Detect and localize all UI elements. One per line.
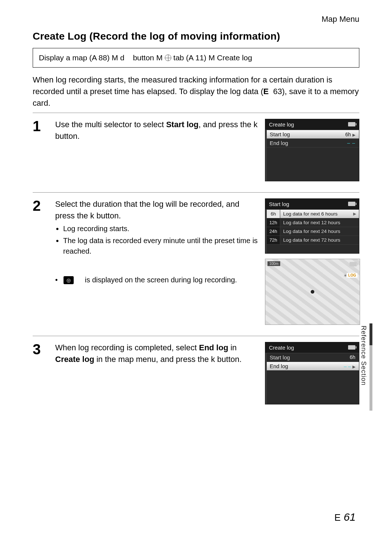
log-indicator-icon: ◎ — [64, 276, 74, 284]
nav-segment: button — [133, 53, 154, 62]
map-pin-icon — [311, 290, 314, 294]
lcd-option-24h: 24h Log data for next 24 hours — [267, 227, 359, 236]
step-1: 1 Use the multi selector to select Start… — [33, 113, 359, 192]
side-tab-label: Reference Section — [360, 326, 367, 386]
button-glyph: k — [254, 120, 258, 129]
chevron-right-icon: ▶ — [352, 133, 355, 137]
step-text: button. — [215, 355, 241, 364]
lcd-row-value: – – — [347, 140, 355, 146]
step-number: 2 — [33, 198, 49, 325]
step-text: When log recording is completed, select — [55, 343, 199, 352]
step-3: 3 When log recording is completed, selec… — [33, 336, 359, 415]
step-bold: End log — [199, 343, 228, 352]
page-number: 61 — [344, 511, 356, 523]
step-text: Use the multi selector to select — [55, 120, 166, 129]
lcd-option-6h: 6h Log data for next 6 hours▶ — [267, 210, 359, 218]
lcd-row-label: Start log — [270, 131, 290, 137]
navigation-path: Display a map (A 88) M d button M tab (A… — [33, 48, 359, 68]
nav-sep: M — [208, 53, 215, 62]
breadcrumb: Map Menu — [33, 15, 359, 24]
option-tag: 12h — [267, 218, 280, 227]
bullet: Log recording starts. — [63, 223, 259, 234]
lcd-screenshot-map: 100m ✶ LOG — [265, 259, 360, 325]
option-tag: 6h — [267, 210, 280, 218]
battery-icon — [350, 262, 357, 266]
lcd-row-start-log: Start log 6h ▶ — [267, 130, 359, 139]
lcd-row-label: End log — [270, 363, 288, 369]
option-tag: 24h — [267, 227, 280, 235]
option-tag: 72h — [267, 236, 280, 244]
page-footer: E61 — [334, 511, 356, 523]
chevron-right-icon: ▶ — [353, 211, 356, 216]
lcd-option-12h: 12h Log data for next 12 hours — [267, 218, 359, 227]
step-bold: Create log — [55, 355, 94, 364]
log-badge: LOG — [347, 273, 358, 278]
battery-icon — [348, 345, 355, 350]
lcd-row-label: End log — [270, 140, 288, 146]
nav-segment: d — [120, 53, 124, 62]
indicator-note: • ◎ is displayed on the screen during lo… — [55, 275, 259, 285]
step-text: in — [228, 343, 237, 352]
side-tab: Reference Section — [362, 323, 369, 411]
battery-icon — [348, 202, 355, 206]
lcd-title: Start log — [269, 201, 289, 207]
chevron-right-icon: ▶ — [352, 364, 355, 369]
lcd-row-value: – – — [344, 363, 351, 369]
nav-sep: M — [156, 53, 163, 62]
option-label: Log data for next 24 hours — [283, 229, 340, 234]
option-label: Log data for next 72 hours — [283, 237, 340, 243]
lcd-row-start-log: Start log 6h — [267, 353, 359, 362]
map-scale: 100m — [268, 261, 280, 266]
step-number: 1 — [33, 119, 49, 181]
lcd-screenshot-create-log: Create log Start log 6h ▶ End log – – — [265, 119, 359, 181]
battery-icon — [348, 122, 355, 126]
step-2: 2 Select the duration that the log will … — [33, 192, 359, 336]
indicator-text: is displayed on the screen during log re… — [85, 275, 237, 285]
lcd-title: Create log — [269, 121, 294, 128]
lcd-screenshot-start-log: Start log 6h Log data for next 6 hours▶ … — [265, 198, 359, 254]
option-label: Log data for next 6 hours — [283, 211, 338, 217]
lcd-row-end-log: End log – – ▶ — [267, 362, 359, 371]
button-glyph: k — [211, 355, 215, 364]
nav-sep: M — [112, 53, 118, 62]
side-tab-bar — [369, 323, 372, 411]
option-label: Log data for next 12 hours — [283, 220, 340, 225]
nav-segment: tab (A 11) — [173, 53, 207, 62]
lcd-option-72h: 72h Log data for next 72 hours — [267, 236, 359, 245]
step-heading: Use the multi selector to select Start l… — [55, 119, 259, 142]
lcd-title: Create log — [269, 344, 294, 351]
ref-number: 63 — [273, 87, 282, 96]
step-text: Select the duration that the log will be… — [55, 200, 240, 220]
button-glyph: k — [90, 211, 94, 220]
page-title: Create Log (Record the log of moving inf… — [33, 31, 359, 42]
step-text: , and press the — [199, 120, 254, 129]
lcd-row-label: Start log — [270, 354, 290, 360]
globe-icon — [165, 55, 171, 61]
lcd-row-value: 6h — [350, 354, 355, 360]
step-number: 3 — [33, 342, 49, 404]
lcd-row-value: 6h — [345, 132, 351, 137]
step-text: button. — [55, 132, 79, 141]
intro-paragraph: When log recording starts, the measured … — [33, 74, 359, 109]
ref-icon: E — [264, 87, 269, 96]
nav-segment: Display a map (A 88) — [39, 53, 110, 62]
nav-segment: Create log — [217, 53, 252, 62]
lcd-row-end-log: End log – – — [267, 139, 359, 148]
footer-prefix: E — [334, 512, 340, 523]
step-heading: When log recording is completed, select … — [55, 342, 259, 365]
step-bold: Start log — [166, 120, 199, 129]
step-heading: Select the duration that the log will be… — [55, 198, 259, 222]
step-text: button. — [94, 211, 121, 220]
lcd-screenshot-create-log-end: Create log Start log 6h End log – – ▶ — [265, 342, 359, 404]
bullet: The log data is recorded every minute un… — [63, 235, 259, 257]
step-text: in the map menu, and press the — [94, 355, 211, 364]
